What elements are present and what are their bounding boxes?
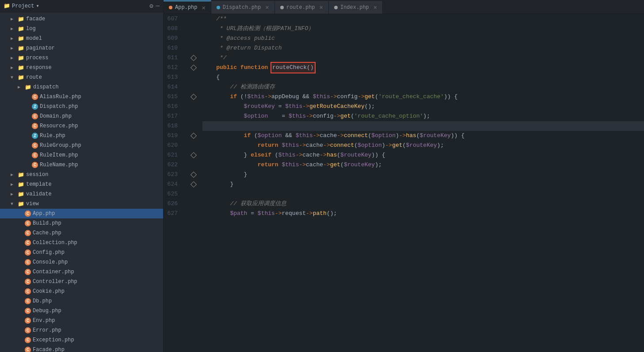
tab-close-button[interactable]: ✕ <box>265 4 269 11</box>
tab-close-button[interactable]: ✕ <box>202 4 205 11</box>
sidebar-item-rule[interactable]: I Rule.php <box>0 131 163 141</box>
fold-icon[interactable] <box>191 181 197 187</box>
code-editor[interactable]: 607 608 609 610 611 612 613 614 615 616 … <box>164 14 644 352</box>
arrow-icon <box>18 211 25 216</box>
arrow-icon: ▶ <box>11 191 18 197</box>
code-token: if <box>202 131 254 141</box>
tab-app-php[interactable]: App.php ✕ <box>164 0 211 14</box>
sidebar-item-facade[interactable]: ▶ 📁 facade <box>0 14 163 24</box>
sidebar-item-db[interactable]: C Db.php <box>0 296 163 306</box>
sidebar-item-dispatch-folder[interactable]: ▶ 📁 dispatch <box>0 82 163 92</box>
sidebar-item-ruleitem[interactable]: C RuleItem.php <box>0 150 163 160</box>
code-line-618 <box>202 121 644 131</box>
gutter <box>188 14 199 352</box>
tab-index-php[interactable]: Index.php ✕ <box>329 0 383 14</box>
sidebar-item-console[interactable]: C Console.php <box>0 257 163 267</box>
fold-icon[interactable] <box>191 65 197 71</box>
code-token: -> <box>399 131 406 141</box>
fold-icon[interactable] <box>191 55 197 61</box>
file-type-icon: C <box>25 249 31 256</box>
line-num-617: 617 <box>164 111 183 121</box>
gutter-611[interactable] <box>188 53 199 63</box>
gutter-623[interactable] <box>188 170 199 180</box>
arrow-icon: ▶ <box>18 84 25 90</box>
gutter-612[interactable] <box>188 63 199 73</box>
tab-route-php[interactable]: route.php ✕ <box>275 0 329 14</box>
sidebar-item-process[interactable]: ▶ 📁 process <box>0 53 163 63</box>
sidebar-item-rulegroup[interactable]: C RuleGroup.php <box>0 141 163 150</box>
code-token: ) <box>396 131 399 141</box>
sidebar-item-log[interactable]: ▶ 📁 log <box>0 24 163 34</box>
sidebar-item-error[interactable]: C Error.php <box>0 325 163 335</box>
code-token: 'route_cache_option' <box>354 111 423 121</box>
sidebar-item-resource[interactable]: C Resource.php <box>0 121 163 131</box>
settings-icon[interactable]: ⚙ <box>149 2 153 10</box>
sidebar-item-rulename[interactable]: C RuleName.php <box>0 160 163 170</box>
arrow-icon <box>18 338 25 343</box>
fold-icon[interactable] <box>191 172 197 178</box>
sidebar-item-collection[interactable]: C Collection.php <box>0 238 163 248</box>
code-token: -> <box>296 150 303 160</box>
project-title: Project <box>12 3 34 9</box>
sidebar-item-validate[interactable]: ▶ 📁 validate <box>0 189 163 199</box>
file-type-icon: C <box>25 259 31 265</box>
sidebar-item-label: Build.php <box>33 220 61 226</box>
sidebar-item-exception[interactable]: C Exception.php <box>0 335 163 345</box>
gutter-615[interactable] <box>188 92 199 102</box>
folder-icon: 📁 <box>18 172 24 178</box>
sidebar-item-view[interactable]: ▼ 📁 view <box>0 199 163 209</box>
code-token <box>202 189 206 199</box>
file-type-icon: C <box>25 210 31 217</box>
sidebar-item-model[interactable]: ▶ 📁 model <box>0 34 163 43</box>
line-num-607: 607 <box>164 14 183 24</box>
minus-icon[interactable]: — <box>156 2 160 10</box>
sidebar-item-debug[interactable]: C Debug.php <box>0 306 163 316</box>
sidebar-item-session[interactable]: ▶ 📁 session <box>0 170 163 180</box>
line-num-608: 608 <box>164 24 183 34</box>
arrow-icon: ▶ <box>11 16 18 22</box>
fold-icon[interactable] <box>191 94 197 100</box>
fold-icon[interactable] <box>191 152 197 158</box>
sidebar-item-label: Resource.php <box>40 123 78 129</box>
sidebar-item-cache[interactable]: C Cache.php <box>0 228 163 238</box>
project-dropdown-icon[interactable]: ▾ <box>36 3 39 9</box>
sidebar-item-cookie[interactable]: C Cookie.php <box>0 287 163 296</box>
tab-icon <box>217 6 220 9</box>
code-token: $routeKey <box>420 131 451 141</box>
sidebar-item-template[interactable]: ▶ 📁 template <box>0 180 163 189</box>
arrow-icon <box>25 134 32 138</box>
gutter-618 <box>188 121 199 131</box>
sidebar-item-dispatch-file[interactable]: I Dispatch.php <box>0 102 163 111</box>
sidebar-item-domain[interactable]: C Domain.php <box>0 111 163 121</box>
sidebar-item-paginator[interactable]: ▶ 📁 paginator <box>0 43 163 53</box>
code-line-608: * URL路由检测（根据PATH_INFO） <box>202 24 644 34</box>
sidebar-item-build[interactable]: C Build.php <box>0 218 163 228</box>
file-type-icon: C <box>32 113 38 119</box>
folder-icon: 📁 <box>18 26 24 32</box>
gutter-619[interactable] <box>188 131 199 141</box>
code-token: * URL路由检测（根据PATH_INFO） <box>202 24 314 34</box>
sidebar-item-label: Dispatch.php <box>40 103 78 110</box>
line-num-616: 616 <box>164 102 183 111</box>
sidebar-item-env[interactable]: C Env.php <box>0 316 163 325</box>
code-token: config <box>337 92 358 102</box>
sidebar-item-facade[interactable]: C Facade.php <box>0 345 163 352</box>
sidebar-item-aliasrule[interactable]: C AliasRule.php <box>0 92 163 102</box>
sidebar-item-config[interactable]: C Config.php <box>0 248 163 257</box>
gutter-624[interactable] <box>188 180 199 189</box>
arrow-icon <box>18 289 25 294</box>
tab-close-button[interactable]: ✕ <box>373 4 377 11</box>
sidebar-item-route[interactable]: ▼ 📁 route <box>0 73 163 82</box>
tab-dispatch-php[interactable]: Dispatch.php ✕ <box>211 0 275 14</box>
sidebar-item-app[interactable]: C App.php <box>0 209 163 218</box>
code-token: $this <box>296 131 313 141</box>
code-token: ( <box>340 160 344 170</box>
code-token: = <box>282 111 289 121</box>
sidebar-item-response[interactable]: ▶ 📁 response <box>0 63 163 73</box>
code-lines[interactable]: /** * URL路由检测（根据PATH_INFO） * @access pub… <box>199 14 644 352</box>
sidebar-item-container[interactable]: C Container.php <box>0 267 163 277</box>
tab-close-button[interactable]: ✕ <box>320 4 323 11</box>
gutter-621[interactable] <box>188 150 199 160</box>
sidebar-item-controller[interactable]: C Controller.php <box>0 277 163 287</box>
fold-icon[interactable] <box>191 133 197 139</box>
